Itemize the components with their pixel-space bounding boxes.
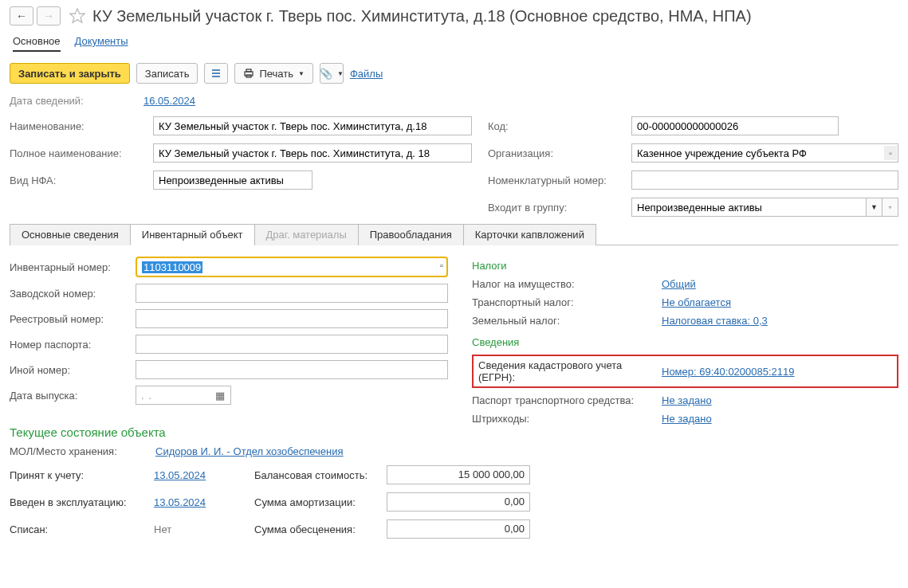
group-open-button[interactable]: ▫ [882,198,898,217]
release-date-label: Дата выпуска: [10,390,129,402]
balance-label: Балансовая стоимость: [254,469,382,481]
tab-precious-materials[interactable]: Драг. материалы [254,224,359,245]
passport-number-input[interactable] [136,335,448,354]
inv-number-label: Инвентарный номер: [10,261,129,273]
accepted-label: Принят к учету: [10,469,149,481]
passport-number-label: Номер паспорта: [10,339,129,351]
code-input[interactable] [631,116,839,135]
factory-number-label: Заводской номер: [10,288,129,300]
org-input[interactable] [631,143,898,163]
taxes-header: Налоги [472,260,898,272]
svg-rect-5 [246,69,251,72]
inner-tabs: Основные сведения Инвентарный объект Дра… [10,223,898,245]
favorite-star-icon[interactable] [69,7,86,25]
property-tax-value[interactable]: Общий [662,278,696,290]
barcode-label: Штрихкоды: [472,413,655,425]
section-tabs: Основное Документы [10,35,898,52]
info-date-label: Дата сведений: [10,95,137,107]
info-date-value[interactable]: 16.05.2024 [143,95,195,107]
other-number-input[interactable] [136,360,448,379]
land-tax-label: Земельный налог: [472,315,655,327]
registry-number-input[interactable] [136,309,448,328]
inv-number-value: 1103110009 [142,261,202,273]
group-input[interactable] [631,198,867,217]
nfa-label: Вид НФА: [10,174,137,186]
tab-documents[interactable]: Документы [75,35,128,52]
inv-number-input[interactable]: 1103110009 ▫ [136,257,448,277]
impair-label: Сумма обесценения: [254,523,382,535]
inuse-value[interactable]: 13.05.2024 [154,496,250,508]
name-label: Наименование: [10,120,137,132]
paperclip-icon: 📎 [320,68,332,80]
release-date-input[interactable]: . . ▦ [136,386,231,405]
nomen-input[interactable] [631,171,898,190]
fullname-input[interactable] [153,143,472,163]
egrn-highlight-box: Сведения кадастрового учета (ЕГРН): Номе… [472,355,898,388]
barcode-value[interactable]: Не задано [662,413,712,425]
property-tax-label: Налог на имущество: [472,278,655,290]
org-label: Организация: [488,147,615,159]
name-input[interactable] [153,116,472,135]
main-form: Наименование: Код: Полное наименование: … [10,116,898,217]
chevron-down-icon: ▼ [298,70,305,77]
registry-number-label: Реестровый номер: [10,313,129,325]
svg-marker-0 [70,9,85,22]
save-button[interactable]: Записать [136,63,199,84]
inuse-label: Введен в эксплуатацию: [10,496,149,508]
nav-back-button[interactable]: ← [10,6,33,25]
pts-label: Паспорт транспортного средства: [472,394,655,406]
other-number-label: Иной номер: [10,364,129,376]
accepted-value[interactable]: 13.05.2024 [154,469,250,481]
print-button[interactable]: Печать ▼ [234,63,313,84]
group-label: Входит в группу: [488,202,615,214]
print-label: Печать [259,68,293,80]
nomen-label: Номенклатурный номер: [488,174,615,186]
egrn-value[interactable]: Номер: 69:40:0200085:2119 [662,366,795,378]
transport-tax-value[interactable]: Не облагается [662,296,731,308]
attach-button[interactable]: 📎 ▼ [320,63,344,84]
calendar-icon[interactable]: ▦ [215,390,226,402]
nfa-input[interactable] [153,171,312,190]
state-header: Текущее состояние объекта [10,425,448,439]
tab-inventory-object[interactable]: Инвентарный объект [130,224,255,245]
land-tax-value[interactable]: Налоговая ставка: 0,3 [662,315,768,327]
printer-icon [243,68,254,79]
pts-value[interactable]: Не задано [662,394,712,406]
tab-main[interactable]: Основное [13,35,61,52]
inventory-pane: Инвентарный номер: 1103110009 ▫ Заводско… [10,245,898,539]
writeoff-value: Нет [154,523,250,535]
fullname-label: Полное наименование: [10,147,137,159]
page-title: КУ Земельный участок г. Тверь пос. Химин… [92,7,752,25]
list-button[interactable] [204,63,228,84]
nav-forward-button[interactable]: → [37,6,61,25]
egrn-label: Сведения кадастрового учета (ЕГРН): [478,359,655,383]
transport-tax-label: Транспортный налог: [472,296,655,308]
title-bar: ← → КУ Земельный участок г. Тверь пос. Х… [10,6,898,25]
toolbar: Записать и закрыть Записать Печать ▼ 📎 ▼… [10,63,898,84]
mol-value[interactable]: Сидоров И. И. - Отдел хозобеспечения [155,445,344,457]
files-link[interactable]: Файлы [350,68,383,80]
tab-ownership[interactable]: Правообладания [358,224,464,245]
amort-label: Сумма амортизации: [254,496,382,508]
code-label: Код: [488,120,615,132]
factory-number-input[interactable] [136,284,448,303]
release-date-value: . . [141,390,152,402]
tab-capex-cards[interactable]: Карточки капвложений [463,224,596,245]
details-header: Сведения [472,336,898,348]
inv-number-open-icon[interactable]: ▫ [440,261,443,270]
list-icon [210,68,222,79]
org-open-button[interactable]: ▫ [884,146,897,160]
save-and-close-button[interactable]: Записать и закрыть [10,63,130,84]
writeoff-label: Списан: [10,523,149,535]
tab-basic-info[interactable]: Основные сведения [10,224,131,245]
chevron-down-icon: ▼ [337,70,344,77]
group-dropdown-button[interactable]: ▼ [867,198,882,217]
mol-label: МОЛ/Место хранения: [10,445,149,457]
